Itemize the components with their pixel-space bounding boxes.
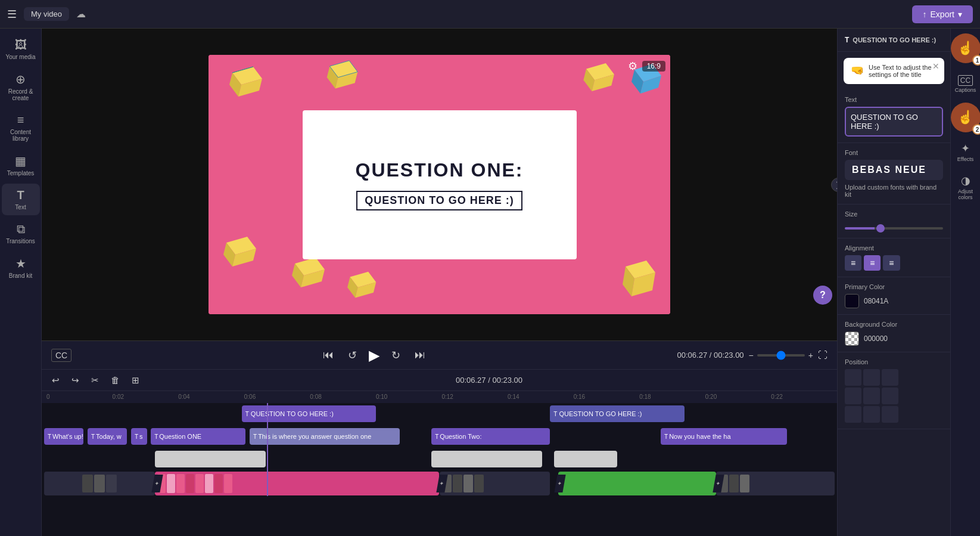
cube-top-right1 xyxy=(578,55,623,100)
cube-top-center xyxy=(316,58,360,103)
playback-controls: CC ⏮ ↺ ▶ ↻ ⏭ 00:06.27 / 00:23.00 − + ⛶ xyxy=(42,340,837,369)
question-subtitle: QUESTION TO GO HERE :) xyxy=(356,191,522,210)
text-icon: T xyxy=(17,188,24,202)
align-left-button[interactable]: ≡ xyxy=(845,255,861,271)
video-clip-pink[interactable] xyxy=(155,472,440,495)
sidebar-item-record-create[interactable]: ⊕ Record & create xyxy=(2,67,40,106)
position-mid-left[interactable] xyxy=(845,388,861,404)
position-grid xyxy=(845,369,943,423)
clip-question-two[interactable]: TQuestion Two: xyxy=(431,428,550,445)
position-bot-right[interactable] xyxy=(882,406,898,423)
video-settings-icon[interactable]: ⚙ xyxy=(628,60,637,73)
redo-button[interactable]: ↪ xyxy=(69,374,82,387)
clip-whatsup[interactable]: TWhat's up! xyxy=(44,428,83,445)
question-title: QUESTION ONE: xyxy=(355,159,523,181)
background-color-section: Background Color 000000 xyxy=(838,315,950,352)
panel-icon-effects[interactable]: ✦ Effects xyxy=(955,137,976,167)
timeline-area: ↩ ↪ ✂ 🗑 ⊞ 00:06.27 / 00:23.00 0 0:02 0:0… xyxy=(42,369,837,536)
play-button[interactable]: ▶ xyxy=(369,347,379,364)
timeline-time-display: 00:06.27 / 00:23.00 xyxy=(148,376,830,385)
project-title[interactable]: My video xyxy=(24,7,69,21)
sidebar-item-content-library[interactable]: ≡ Content library xyxy=(2,109,40,147)
clip-white-1[interactable] xyxy=(155,451,266,467)
fullscreen-button[interactable]: ⛶ xyxy=(818,350,827,361)
cursor-circle-1: ☝ 1 xyxy=(951,33,981,63)
sidebar-item-transitions[interactable]: ⧉ Transitions xyxy=(2,218,40,249)
collapse-panel-button[interactable]: ❯ xyxy=(831,178,837,192)
menu-icon[interactable]: ☰ xyxy=(7,8,17,21)
clip-white-2[interactable] xyxy=(431,451,542,467)
duplicate-button[interactable]: ⊞ xyxy=(129,374,142,387)
alignment-section-label: Alignment xyxy=(845,244,943,252)
video-background: QUESTION ONE: QUESTION TO GO HERE :) xyxy=(209,55,670,314)
captions-toggle-button[interactable]: CC xyxy=(51,349,71,362)
video-preview: ❯ xyxy=(42,29,837,340)
font-selector[interactable]: BEBAS NEUE xyxy=(845,160,943,180)
position-top-center[interactable] xyxy=(863,369,880,386)
background-color-swatch[interactable] xyxy=(845,331,859,346)
cube-bottom-right xyxy=(611,258,658,311)
clip-question-one[interactable]: TQuestion ONE xyxy=(151,428,245,445)
cut-button[interactable]: ✂ xyxy=(88,374,102,387)
tooltip-bubble: 🤜 Use Text to adjust the settings of the… xyxy=(844,58,944,84)
position-mid-right[interactable] xyxy=(882,388,898,404)
position-top-right[interactable] xyxy=(882,369,898,386)
your-media-icon: 🖼 xyxy=(15,38,27,52)
track-row-video: ✦ ✦ ✦ ✦ xyxy=(42,471,837,496)
rewind-button[interactable]: ↺ xyxy=(346,346,359,364)
export-button[interactable]: ↑ Export ▾ xyxy=(912,5,973,23)
sidebar-item-templates[interactable]: ▦ Templates xyxy=(2,149,40,181)
sidebar-item-your-media-label: Your media xyxy=(5,54,35,60)
tooltip-close-button[interactable]: ✕ xyxy=(932,61,939,71)
zoom-in-button[interactable]: + xyxy=(808,351,813,360)
position-mid-center[interactable] xyxy=(863,388,880,404)
position-top-left[interactable] xyxy=(845,369,861,386)
clip-question-2[interactable]: T QUESTION TO GO HERE :) xyxy=(550,405,685,422)
clip-s[interactable]: Ts xyxy=(131,428,147,445)
fast-forward-button[interactable]: ↻ xyxy=(389,346,403,364)
sidebar-item-text-label: Text xyxy=(15,204,26,210)
help-button[interactable]: ? xyxy=(813,286,832,305)
video-clip-dark-right[interactable] xyxy=(716,472,835,495)
video-clip-dark-left[interactable] xyxy=(44,472,155,495)
sidebar-item-brand-kit[interactable]: ★ Brand kit xyxy=(2,252,40,284)
primary-color-section: Primary Color 08041A xyxy=(838,277,950,315)
primary-color-swatch[interactable] xyxy=(845,294,859,308)
text-input[interactable]: QUESTION TO GO HERE :) xyxy=(845,107,943,137)
upload-fonts-link[interactable]: Upload custom fonts with brand kit xyxy=(845,184,943,198)
panel-icon-captions[interactable]: CC Captions xyxy=(953,70,979,98)
skip-back-button[interactable]: ⏮ xyxy=(321,346,336,364)
video-clip-dark-mid[interactable] xyxy=(440,472,550,495)
position-bot-center[interactable] xyxy=(863,406,880,423)
background-color-code: 000000 xyxy=(864,334,888,343)
sidebar-item-text[interactable]: T Text xyxy=(2,184,40,215)
zoom-out-button[interactable]: − xyxy=(749,351,754,360)
clip-today[interactable]: TToday, w xyxy=(88,428,127,445)
track-icon: T xyxy=(245,411,249,417)
sidebar-item-your-media[interactable]: 🖼 Your media xyxy=(2,33,40,65)
size-slider[interactable] xyxy=(845,227,943,230)
transitions-icon: ⧉ xyxy=(17,222,25,236)
clip-white-3[interactable] xyxy=(554,451,617,467)
clip-now-you-have[interactable]: TNow you have the ha xyxy=(661,428,787,445)
clip-this-is-where[interactable]: TThis is where you answer question one xyxy=(250,428,400,445)
effects-label: Effects xyxy=(957,156,973,162)
clip-label: QUESTION TO GO HERE :) xyxy=(251,410,334,417)
align-right-button[interactable]: ≡ xyxy=(883,255,900,271)
current-time: 00:06.27 / 00:23.00 xyxy=(677,351,744,360)
skip-forward-button[interactable]: ⏭ xyxy=(412,346,428,364)
record-create-icon: ⊕ xyxy=(15,72,26,86)
delete-button[interactable]: 🗑 xyxy=(108,374,123,386)
align-center-button[interactable]: ≡ xyxy=(864,255,881,271)
position-section: Position xyxy=(838,352,950,429)
video-clip-green[interactable] xyxy=(558,472,716,495)
zoom-slider[interactable] xyxy=(757,354,805,357)
clip-question-1[interactable]: T QUESTION TO GO HERE :) xyxy=(242,405,377,422)
undo-button[interactable]: ↩ xyxy=(49,374,63,387)
position-bot-left[interactable] xyxy=(845,406,861,423)
playback-center-controls: ⏮ ↺ ▶ ↻ ⏭ xyxy=(321,346,428,364)
panel-icon-adjust-colors[interactable]: ◑ Adjust colors xyxy=(951,169,980,205)
primary-color-row: 08041A xyxy=(845,294,943,308)
adjust-colors-label: Adjust colors xyxy=(953,188,978,200)
track-icon: T xyxy=(553,411,557,417)
